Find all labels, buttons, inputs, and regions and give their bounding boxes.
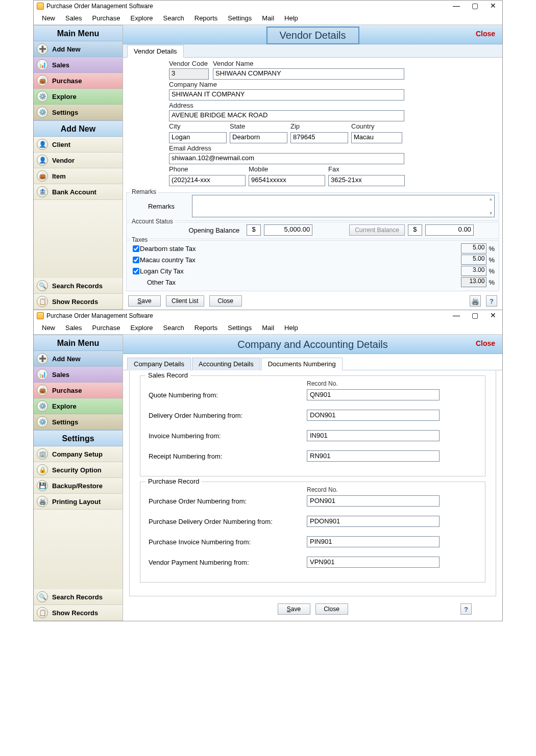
opening-balance-field[interactable]: 5,000.00 [264, 224, 312, 236]
menu-search[interactable]: Search [158, 323, 189, 333]
po-numbering-field[interactable]: PON901 [307, 495, 440, 507]
company-name-field[interactable]: SHIWAAN IT COMPANY [169, 89, 404, 100]
scroll-down-icon[interactable]: ▼ [489, 211, 493, 216]
label-vendor-name: Vendor Name [213, 60, 498, 67]
sidebar-item-backup-restore[interactable]: 💾 Backup/Restore [34, 478, 123, 494]
close-link[interactable]: Close [476, 30, 495, 38]
menu-mail[interactable]: Mail [257, 13, 279, 23]
sidebar-item-purchase[interactable]: 👜 Purchase [34, 383, 123, 398]
menu-reports[interactable]: Reports [189, 323, 223, 333]
tax1-checkbox[interactable] [133, 245, 139, 252]
remarks-textarea[interactable]: ▲ ▼ [192, 195, 495, 217]
sidebar-item-settings[interactable]: ⚙️ Settings [34, 414, 123, 430]
menu-explore[interactable]: Explore [125, 323, 158, 333]
mobile-field[interactable]: 96541xxxxx [249, 175, 325, 186]
close-button[interactable]: Close [315, 603, 348, 615]
tab-accounting-details[interactable]: Accounting Details [192, 358, 260, 370]
sidebar-item-vendor[interactable]: 👤 Vendor [34, 153, 123, 168]
tax3-checkbox[interactable] [133, 268, 139, 274]
label-mobile: Mobile [249, 165, 325, 173]
menu-mail[interactable]: Mail [257, 323, 279, 333]
sidebar-item-item[interactable]: 👜 Item [34, 168, 123, 184]
bag-icon: 👜 [37, 385, 48, 396]
menu-settings[interactable]: Settings [223, 13, 257, 23]
minimize-button[interactable]: — [447, 1, 466, 12]
sidebar-item-sales[interactable]: 📊 Sales [34, 367, 123, 383]
sidebar-item-show-records[interactable]: 📋 Show Records [34, 294, 123, 310]
state-field[interactable]: Dearborn [230, 132, 287, 143]
zip-field[interactable]: 879645 [290, 132, 348, 143]
current-balance-button[interactable]: Current Balance [349, 224, 405, 236]
sidebar-item-explore[interactable]: ⚙️ Explore [34, 89, 123, 105]
sidebar-item-client[interactable]: 👤 Client [34, 137, 123, 153]
question-icon: ? [490, 297, 494, 305]
close-link[interactable]: Close [476, 339, 495, 347]
tax2-value[interactable]: 5.00 [461, 255, 486, 265]
close-window-button[interactable]: ✕ [484, 310, 502, 321]
menu-reports[interactable]: Reports [189, 13, 223, 23]
menu-settings[interactable]: Settings [223, 323, 257, 333]
menu-help[interactable]: Help [279, 13, 303, 23]
receipt-numbering-field[interactable]: RN901 [307, 450, 440, 462]
vendor-name-field[interactable]: SHIWAAN COMPANY [213, 68, 404, 80]
sidebar-item-security-option[interactable]: 🔒 Security Option [34, 462, 123, 478]
menu-sales[interactable]: Sales [60, 13, 87, 23]
tax3-value[interactable]: 3.00 [461, 266, 486, 276]
help-button[interactable]: ? [486, 295, 497, 307]
sidebar-item-bank-account[interactable]: 🏦 Bank Account [34, 184, 123, 200]
email-field[interactable]: shiwaan.102@newmail.com [169, 153, 404, 164]
panel-title: Company and Accounting Details [123, 335, 502, 354]
record-no-label: Record No. [307, 380, 477, 387]
quote-numbering-field[interactable]: QN901 [307, 389, 440, 400]
sidebar-item-sales[interactable]: 📊 Sales [34, 57, 123, 73]
gear-icon: ⚙️ [37, 107, 48, 118]
close-window-button[interactable]: ✕ [484, 1, 502, 12]
sidebar-item-add-new[interactable]: ➕ Add New [34, 351, 123, 367]
sidebar-item-purchase[interactable]: 👜 Purchase [34, 73, 123, 89]
menu-explore[interactable]: Explore [125, 13, 158, 23]
city-field[interactable]: Logan [169, 132, 227, 143]
minimize-button[interactable]: — [447, 310, 466, 321]
address-field[interactable]: AVENUE BRIDGE MACK ROAD [169, 110, 404, 121]
country-field[interactable]: Macau [351, 132, 402, 143]
invoice-numbering-field[interactable]: IN901 [307, 430, 440, 441]
person-icon: 👤 [37, 139, 48, 150]
phone-field[interactable]: (202)214-xxx [169, 175, 246, 186]
tab-vendor-details[interactable]: Vendor Details [127, 45, 184, 58]
menu-purchase[interactable]: Purchase [87, 13, 126, 23]
sidebar-item-printing-layout[interactable]: 🖨️ Printing Layout [34, 494, 123, 510]
tab-company-details[interactable]: Company Details [127, 358, 191, 370]
menu-new[interactable]: New [37, 323, 60, 333]
menu-new[interactable]: New [37, 13, 60, 23]
sidebar-item-company-setup[interactable]: 🏢 Company Setup [34, 446, 123, 462]
sidebar-item-show-records[interactable]: 📋 Show Records [34, 605, 123, 621]
pi-numbering-field[interactable]: PIN901 [307, 536, 440, 547]
sidebar-item-settings[interactable]: ⚙️ Settings [34, 105, 123, 120]
close-button[interactable]: Close [209, 295, 242, 307]
tab-documents-numbering[interactable]: Documents Numbering [261, 358, 343, 370]
sidebar-item-add-new[interactable]: ➕ Add New [34, 41, 123, 57]
delivery-numbering-field[interactable]: DON901 [307, 410, 440, 421]
vp-numbering-field[interactable]: VPN901 [307, 557, 440, 568]
menu-search[interactable]: Search [158, 13, 189, 23]
menu-sales[interactable]: Sales [60, 323, 87, 333]
pdo-numbering-field[interactable]: PDON901 [307, 516, 440, 527]
tax1-value[interactable]: 5.00 [461, 243, 486, 254]
percent-icon: % [489, 245, 495, 253]
tax2-checkbox[interactable] [133, 257, 139, 263]
menu-purchase[interactable]: Purchase [87, 323, 126, 333]
save-button[interactable]: Save [128, 295, 161, 307]
help-button[interactable]: ? [460, 603, 472, 615]
sidebar-item-search-records[interactable]: 🔍 Search Records [34, 278, 123, 294]
print-button[interactable]: 🖨️ [470, 295, 481, 307]
maximize-button[interactable]: ▢ [466, 310, 484, 321]
menu-help[interactable]: Help [279, 323, 303, 333]
save-button[interactable]: Save [278, 603, 310, 615]
label-vendor-code: Vendor Code [169, 60, 210, 67]
sidebar-item-search-records[interactable]: 🔍 Search Records [34, 589, 123, 605]
scroll-up-icon[interactable]: ▲ [489, 196, 493, 201]
maximize-button[interactable]: ▢ [466, 1, 484, 12]
client-list-button[interactable]: Client List [166, 295, 204, 307]
fax-field[interactable]: 3625-21xx [328, 175, 405, 186]
sidebar-item-explore[interactable]: ⚙️ Explore [34, 398, 123, 414]
